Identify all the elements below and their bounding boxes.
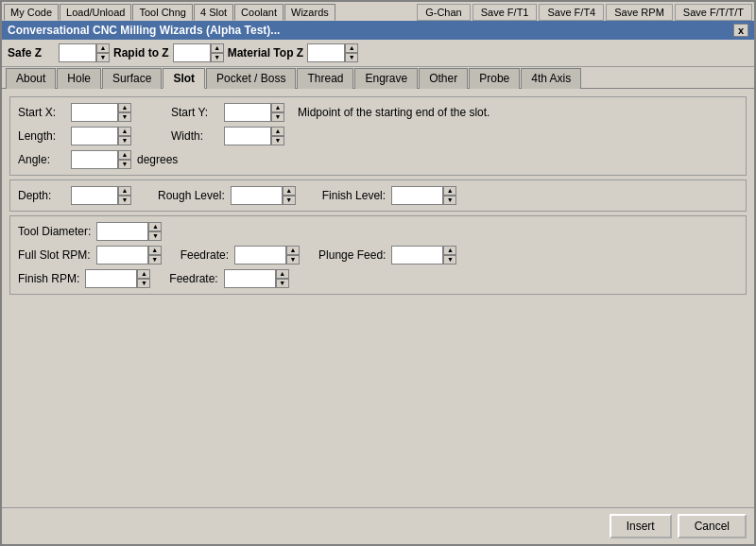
finish-level-up[interactable]: ▲ (443, 186, 456, 196)
finish-rpm-spinbox: 500 ▲ ▼ (85, 269, 150, 288)
feedrate-spinbox1: 10 ▲ ▼ (234, 246, 300, 264)
full-slot-rpm-label: Full Slot RPM: (18, 248, 91, 262)
feedrate-down1[interactable]: ▼ (286, 255, 300, 264)
angle-input[interactable]: 45 (71, 150, 118, 169)
finish-level-input[interactable]: 0.125 (391, 186, 443, 205)
feedrate-input1[interactable]: 10 (234, 246, 286, 264)
width-spinbox: 1.5 ▲ ▼ (224, 127, 284, 145)
tool-diameter-up[interactable]: ▲ (148, 222, 162, 231)
length-up[interactable]: ▲ (118, 127, 131, 136)
width-label: Width: (171, 129, 218, 143)
material-top-z-input[interactable]: 0 (307, 43, 345, 62)
feedrate-up2[interactable]: ▲ (276, 269, 289, 279)
width-up[interactable]: ▲ (271, 127, 284, 136)
window-title: Conversational CNC Milling Wizards (Alph… (8, 24, 280, 37)
tab-other[interactable]: Other (419, 68, 468, 89)
nav-save-ft4[interactable]: Save F/T4 (539, 4, 604, 21)
start-x-down[interactable]: ▼ (118, 112, 131, 122)
safe-z-down[interactable]: ▼ (96, 53, 110, 62)
plunge-feed-label: Plunge Feed: (318, 248, 386, 262)
safe-z-label: Safe Z (8, 46, 55, 60)
tab-engrave[interactable]: Engrave (354, 68, 418, 89)
safe-z-up[interactable]: ▲ (96, 43, 110, 53)
safe-z-input[interactable]: 1 (59, 43, 96, 62)
nav-save-rpm[interactable]: Save RPM (606, 4, 673, 21)
degrees-label: degrees (137, 153, 178, 166)
nav-my-code[interactable]: My Code (4, 4, 59, 21)
start-x-input[interactable]: 1 (71, 103, 118, 122)
angle-up[interactable]: ▲ (118, 150, 131, 160)
rough-level-up[interactable]: ▲ (283, 186, 296, 196)
start-x-spinbox: 1 ▲ ▼ (71, 103, 131, 122)
depth-spinbox: 0.6 ▲ ▼ (71, 186, 131, 205)
full-slot-rpm-down[interactable]: ▼ (148, 255, 162, 264)
rough-level-input[interactable]: 0.25 (231, 186, 283, 205)
angle-spinbox: 45 ▲ ▼ (71, 150, 131, 169)
finish-rpm-down[interactable]: ▼ (137, 279, 150, 288)
rough-level-label: Rough Level: (158, 189, 225, 202)
width-down[interactable]: ▼ (271, 136, 284, 145)
nav-wizards[interactable]: Wizards (284, 4, 335, 21)
length-label: Length: (18, 129, 65, 143)
material-top-z-down[interactable]: ▼ (345, 53, 358, 62)
tab-slot[interactable]: Slot (163, 68, 205, 89)
length-input[interactable]: 4 (71, 127, 118, 145)
rough-level-down[interactable]: ▼ (283, 196, 296, 205)
start-x-label: Start X: (18, 106, 65, 119)
nav-save-ft1[interactable]: Save F/T1 (472, 4, 538, 21)
start-x-up[interactable]: ▲ (118, 103, 131, 112)
feedrate-spinbox2: 8 ▲ ▼ (224, 269, 289, 288)
nav-save-fttt[interactable]: Save F/T/T/T (675, 4, 752, 21)
tool-diameter-input[interactable]: 0.5 (96, 222, 148, 241)
full-slot-rpm-spinbox: 500 ▲ ▼ (96, 246, 162, 264)
full-slot-rpm-up[interactable]: ▲ (148, 246, 162, 255)
tool-diameter-label: Tool Diameter: (18, 225, 91, 238)
feedrate-down2[interactable]: ▼ (276, 279, 289, 288)
nav-tool-chng[interactable]: Tool Chng (132, 4, 193, 21)
nav-coolant[interactable]: Coolant (234, 4, 284, 21)
plunge-feed-up[interactable]: ▲ (443, 246, 456, 255)
tool-diameter-down[interactable]: ▼ (148, 231, 162, 241)
full-slot-rpm-input[interactable]: 500 (96, 246, 148, 264)
tab-probe[interactable]: Probe (469, 68, 520, 89)
start-y-up[interactable]: ▲ (271, 103, 284, 112)
start-y-input[interactable]: 1 (224, 103, 271, 122)
finish-rpm-up[interactable]: ▲ (137, 269, 150, 279)
insert-button[interactable]: Insert (610, 514, 672, 538)
finish-rpm-label: Finish RPM: (18, 272, 79, 285)
tab-4th-axis[interactable]: 4th Axis (521, 68, 581, 89)
rapid-to-z-input[interactable]: 0.2 (173, 43, 211, 62)
start-y-label: Start Y: (171, 106, 218, 119)
plunge-feed-spinbox: 3 ▲ ▼ (391, 246, 456, 264)
tab-thread[interactable]: Thread (297, 68, 353, 89)
finish-rpm-input[interactable]: 500 (85, 269, 137, 288)
finish-level-down[interactable]: ▼ (443, 196, 456, 205)
nav-load-unload[interactable]: Load/Unload (60, 4, 131, 21)
feedrate-up1[interactable]: ▲ (286, 246, 300, 255)
depth-down[interactable]: ▼ (118, 196, 131, 205)
angle-down[interactable]: ▼ (118, 160, 131, 169)
tab-surface[interactable]: Surface (102, 68, 162, 89)
cancel-button[interactable]: Cancel (678, 514, 747, 538)
tab-hole[interactable]: Hole (57, 68, 101, 89)
depth-label: Depth: (18, 189, 65, 202)
start-y-spinbox: 1 ▲ ▼ (224, 103, 284, 122)
depth-input[interactable]: 0.6 (71, 186, 118, 205)
plunge-feed-down[interactable]: ▼ (443, 255, 456, 264)
length-down[interactable]: ▼ (118, 136, 131, 145)
nav-g-chan[interactable]: G-Chan (417, 4, 471, 21)
close-button[interactable]: x (733, 24, 748, 37)
feedrate-input2[interactable]: 8 (224, 269, 276, 288)
material-top-z-up[interactable]: ▲ (345, 43, 358, 53)
rapid-to-z-down[interactable]: ▼ (211, 53, 224, 62)
rapid-to-z-up[interactable]: ▲ (211, 43, 224, 53)
width-input[interactable]: 1.5 (224, 127, 271, 145)
start-y-down[interactable]: ▼ (271, 112, 284, 122)
material-top-z-label: Material Top Z (228, 46, 303, 60)
tab-about[interactable]: About (6, 68, 56, 89)
depth-up[interactable]: ▲ (118, 186, 131, 196)
tab-pocket-boss[interactable]: Pocket / Boss (206, 68, 296, 89)
nav-4-slot[interactable]: 4 Slot (194, 4, 233, 21)
feedrate-label2: Feedrate: (169, 272, 217, 285)
plunge-feed-input[interactable]: 3 (391, 246, 443, 264)
